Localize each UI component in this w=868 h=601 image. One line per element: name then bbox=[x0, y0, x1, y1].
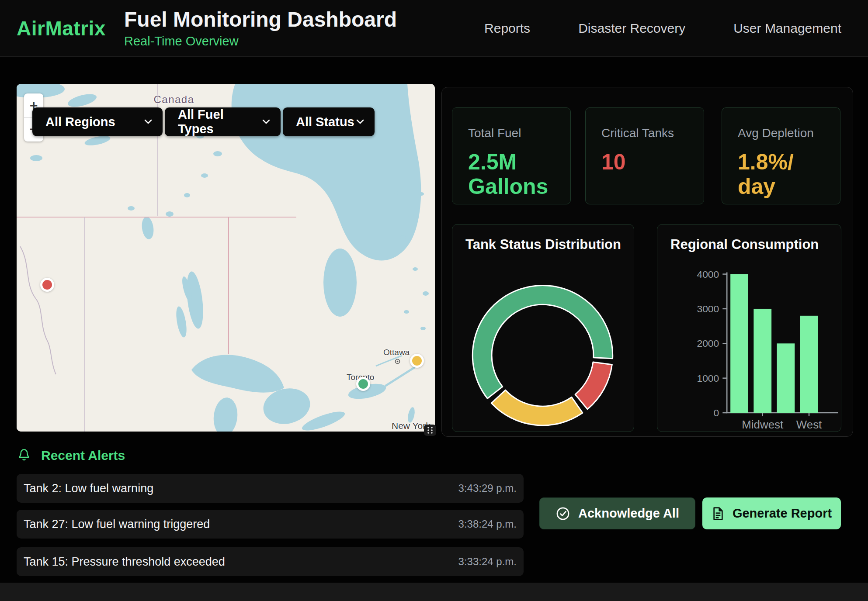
stat-value-total-fuel: 2.5M Gallons bbox=[468, 150, 558, 199]
town-icon bbox=[395, 359, 400, 364]
svg-text:3000: 3000 bbox=[697, 303, 719, 314]
stat-card-avg-depletion: Avg Depletion 1.8%/day bbox=[722, 107, 840, 204]
resize-grip-icon[interactable] bbox=[424, 425, 436, 436]
alert-row[interactable]: Tank 15: Pressure threshold exceeded 3:3… bbox=[17, 547, 524, 576]
fuel-type-filter-value: All Fuel Types bbox=[178, 107, 262, 136]
chevron-down-icon bbox=[262, 119, 270, 124]
nav-reports[interactable]: Reports bbox=[484, 21, 530, 36]
stat-value-critical-tanks: 10 bbox=[601, 150, 691, 174]
nav-disaster-recovery[interactable]: Disaster Recovery bbox=[578, 21, 685, 36]
stat-card-critical-tanks: Critical Tanks 10 bbox=[585, 107, 704, 204]
metrics-panel: Total Fuel 2.5M Gallons Critical Tanks 1… bbox=[441, 87, 853, 437]
svg-text:2000: 2000 bbox=[697, 338, 719, 349]
stat-value-avg-depletion: 1.8%/day bbox=[738, 150, 799, 199]
alert-message: Tank 2: Low fuel warning bbox=[24, 482, 153, 495]
page-title: Fuel Monitoring Dashboard bbox=[124, 9, 397, 31]
bell-icon bbox=[17, 448, 31, 463]
acknowledge-all-button[interactable]: Acknowledge All bbox=[539, 497, 695, 529]
nav-user-management[interactable]: User Management bbox=[733, 21, 841, 36]
alert-message: Tank 27: Low fuel warning triggered bbox=[24, 518, 210, 531]
header: AirMatrix Fuel Monitoring Dashboard Real… bbox=[0, 0, 868, 57]
warning-tank-marker[interactable] bbox=[410, 354, 424, 368]
status-filter-value: All Status bbox=[296, 115, 354, 129]
svg-text:0: 0 bbox=[714, 407, 719, 418]
dashboard-root: AirMatrix Fuel Monitoring Dashboard Real… bbox=[0, 0, 868, 601]
map-filter-bar: All Regions All Fuel Types All Status bbox=[32, 107, 375, 136]
generate-report-button[interactable]: Generate Report bbox=[702, 497, 841, 529]
alert-row[interactable]: Tank 2: Low fuel warning 3:43:29 p.m. bbox=[17, 474, 524, 503]
status-filter-select[interactable]: All Status bbox=[283, 107, 375, 136]
app-logo[interactable]: AirMatrix bbox=[17, 17, 106, 40]
alert-row[interactable]: Tank 27: Low fuel warning triggered 3:38… bbox=[17, 510, 524, 539]
stat-label: Total Fuel bbox=[468, 126, 570, 140]
regional-consumption-bars: 01000200030004000MidwestWest bbox=[657, 225, 841, 432]
map-panel[interactable]: Canada Ottawa Toronto New York + − All R… bbox=[17, 84, 435, 432]
generate-report-label: Generate Report bbox=[733, 506, 832, 521]
title-block: Fuel Monitoring Dashboard Real-Time Over… bbox=[124, 9, 397, 48]
region-filter-value: All Regions bbox=[45, 115, 115, 129]
window-bottom-bar bbox=[0, 583, 868, 601]
chevron-down-icon bbox=[144, 119, 152, 124]
check-circle-icon bbox=[556, 506, 570, 521]
chevron-down-icon bbox=[356, 119, 364, 124]
alert-timestamp: 3:43:29 p.m. bbox=[458, 482, 517, 494]
alert-timestamp: 3:38:24 p.m. bbox=[458, 518, 517, 530]
stat-label: Critical Tanks bbox=[601, 126, 704, 140]
normal-tank-marker[interactable] bbox=[356, 377, 370, 391]
page-subtitle: Real-Time Overview bbox=[124, 34, 397, 48]
main-nav: Reports Disaster Recovery User Managemen… bbox=[484, 0, 841, 57]
tank-status-donut bbox=[452, 225, 634, 432]
stat-card-total-fuel: Total Fuel 2.5M Gallons bbox=[452, 107, 571, 204]
fuel-type-filter-select[interactable]: All Fuel Types bbox=[165, 107, 281, 136]
stat-label: Avg Depletion bbox=[738, 126, 840, 140]
tank-status-chart-card: Tank Status Distribution bbox=[452, 224, 634, 432]
region-filter-select[interactable]: All Regions bbox=[32, 107, 163, 136]
recent-alerts-title: Recent Alerts bbox=[41, 448, 125, 463]
critical-tank-marker[interactable] bbox=[40, 278, 54, 292]
regional-consumption-chart-card: Regional Consumption 01000200030004000Mi… bbox=[657, 224, 841, 432]
alert-message: Tank 15: Pressure threshold exceeded bbox=[24, 555, 225, 569]
svg-text:1000: 1000 bbox=[697, 373, 719, 384]
map-label-ottawa: Ottawa bbox=[383, 348, 410, 357]
map-label-canada: Canada bbox=[146, 93, 202, 106]
svg-text:Midwest: Midwest bbox=[742, 418, 783, 431]
recent-alerts-header: Recent Alerts bbox=[17, 448, 125, 463]
svg-text:West: West bbox=[796, 418, 822, 431]
acknowledge-all-label: Acknowledge All bbox=[578, 506, 679, 521]
svg-text:4000: 4000 bbox=[697, 269, 719, 280]
alert-timestamp: 3:33:24 p.m. bbox=[458, 556, 517, 568]
document-icon bbox=[712, 507, 725, 521]
